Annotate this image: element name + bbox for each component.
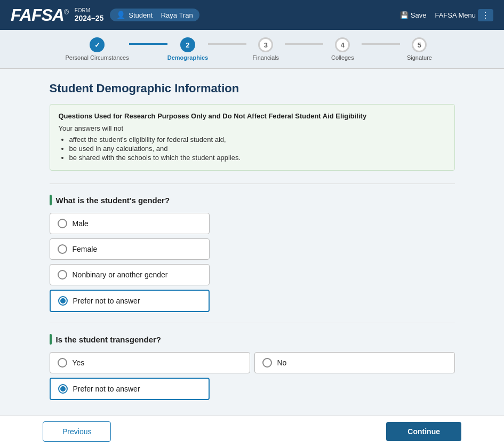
footer-nav: Previous Continue <box>0 416 504 447</box>
step-label-2: Demographics <box>167 54 208 61</box>
info-bullet-1: affect the student's eligibility for fed… <box>69 135 446 143</box>
gender-label-prefer: Prefer not to answer <box>73 297 140 305</box>
transgender-label-no: No <box>277 358 287 367</box>
page-title: Student Demographic Information <box>50 82 455 95</box>
gender-label-male: Male <box>73 219 89 228</box>
transgender-question-label: Is the student transgender? <box>50 334 455 345</box>
fafsa-menu-button[interactable]: FAFSA Menu ⋮ <box>435 9 493 21</box>
gender-radio-male[interactable] <box>58 219 67 228</box>
save-icon: 💾 <box>400 11 409 19</box>
transgender-radio-no[interactable] <box>262 358 272 368</box>
save-button[interactable]: 💾 Save <box>400 11 427 19</box>
transgender-option-no[interactable]: No <box>254 352 455 373</box>
step-signature: 5 Signature <box>400 37 438 61</box>
gender-accent-bar <box>50 195 52 205</box>
transgender-options: Yes No Prefer not to answer <box>50 352 455 400</box>
form-year: FORM 2024–25 <box>75 7 104 23</box>
transgender-label-prefer: Prefer not to answer <box>73 385 140 393</box>
student-label: Student <box>129 11 153 19</box>
student-badge: 👤 Student Raya Tran <box>110 9 199 21</box>
student-name: Raya Tran <box>161 11 193 19</box>
step-personal-circumstances: ✓ Personal Circumstances <box>66 37 129 61</box>
step-circle-3: 3 <box>258 37 273 52</box>
info-box-title: Questions Used for Research Purposes Onl… <box>59 112 446 120</box>
info-box-list: affect the student's eligibility for fed… <box>69 135 446 162</box>
info-bullet-3: be shared with the schools to which the … <box>69 154 446 162</box>
connector-1-2 <box>129 43 167 45</box>
gender-label-nonbinary: Nonbinary or another gender <box>73 270 168 279</box>
progress-bar: ✓ Personal Circumstances 2 Demographics … <box>0 30 504 69</box>
step-label-5: Signature <box>407 54 432 61</box>
step-financials: 3 Financials <box>246 37 285 61</box>
step-circle-1: ✓ <box>90 37 105 52</box>
transgender-option-prefer[interactable]: Prefer not to answer <box>50 378 210 400</box>
student-icon: 👤 <box>116 11 125 19</box>
step-label-1: Personal Circumstances <box>66 54 129 61</box>
menu-dots-icon: ⋮ <box>478 9 493 21</box>
step-circle-4: 4 <box>335 37 350 52</box>
gender-option-male[interactable]: Male <box>50 213 210 234</box>
step-label-3: Financials <box>252 54 279 61</box>
previous-button[interactable]: Previous <box>43 421 111 442</box>
info-bullet-2: be used in any calculations, and <box>69 145 446 153</box>
fafsa-logo: FAFSA® <box>11 5 68 25</box>
transgender-radio-yes[interactable] <box>58 358 67 368</box>
step-label-4: Colleges <box>331 54 354 61</box>
continue-button[interactable]: Continue <box>386 422 461 441</box>
info-box: Questions Used for Research Purposes Onl… <box>50 104 455 171</box>
header-right: 💾 Save FAFSA Menu ⋮ <box>400 9 493 21</box>
transgender-accent-bar <box>50 334 52 345</box>
section-divider-1 <box>50 183 455 184</box>
gender-option-prefer[interactable]: Prefer not to answer <box>50 290 210 312</box>
connector-2-3 <box>208 43 246 45</box>
gender-label-female: Female <box>73 245 98 253</box>
gender-option-female[interactable]: Female <box>50 238 210 260</box>
steps-container: ✓ Personal Circumstances 2 Demographics … <box>66 37 439 61</box>
header-left: FAFSA® FORM 2024–25 👤 Student Raya Tran <box>11 5 199 25</box>
info-box-intro: Your answers will not <box>59 124 446 132</box>
gender-question-label: What is the student's gender? <box>50 195 455 205</box>
connector-3-4 <box>285 43 323 45</box>
step-demographics: 2 Demographics <box>167 37 208 61</box>
step-circle-5: 5 <box>412 37 427 52</box>
gender-option-nonbinary[interactable]: Nonbinary or another gender <box>50 264 210 285</box>
gender-options: Male Female Nonbinary or another gender … <box>50 213 455 312</box>
main-content: Student Demographic Information Question… <box>39 69 466 447</box>
step-colleges: 4 Colleges <box>323 37 362 61</box>
fafsa-menu-label: FAFSA Menu <box>435 11 476 19</box>
step-circle-2: 2 <box>180 37 195 52</box>
gender-radio-prefer[interactable] <box>58 296 68 306</box>
gender-radio-female[interactable] <box>58 244 67 254</box>
page-header: FAFSA® FORM 2024–25 👤 Student Raya Tran … <box>0 0 504 30</box>
connector-4-5 <box>362 43 400 45</box>
gender-radio-nonbinary[interactable] <box>58 270 67 280</box>
transgender-option-yes[interactable]: Yes <box>50 352 250 373</box>
transgender-radio-prefer[interactable] <box>58 384 68 394</box>
transgender-label-yes: Yes <box>73 358 85 367</box>
section-divider-2 <box>50 323 455 323</box>
